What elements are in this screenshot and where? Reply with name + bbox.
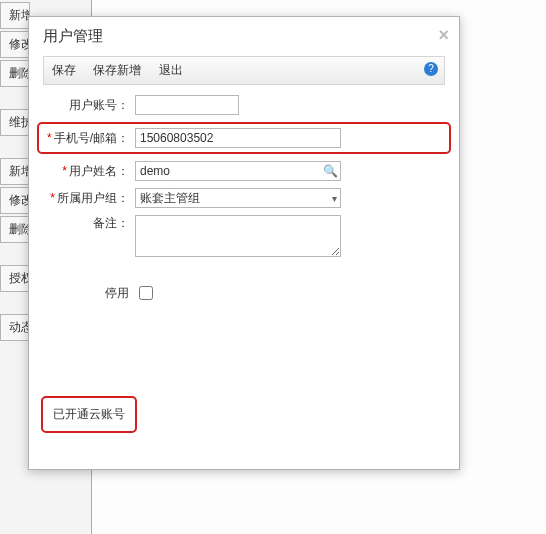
close-icon[interactable]: × — [438, 25, 449, 46]
row-disable: 停用 — [43, 283, 445, 303]
label-name: *用户姓名： — [43, 163, 135, 180]
save-new-button[interactable]: 保存新增 — [93, 62, 141, 79]
row-group: *所属用户组： ▾ — [43, 188, 445, 208]
bg-btn[interactable]: 新增 — [0, 2, 30, 29]
bg-btn[interactable]: 新增 — [0, 158, 30, 185]
bg-btn[interactable]: 删除 — [0, 216, 30, 243]
bg-btn[interactable]: 修改 — [0, 187, 30, 214]
name-input[interactable] — [135, 161, 341, 181]
label-group: *所属用户组： — [43, 190, 135, 207]
group-select[interactable] — [135, 188, 341, 208]
row-account: 用户账号： — [43, 95, 445, 115]
label-phone: *手机号/邮箱： — [43, 130, 135, 147]
cloud-status-text: 已开通云账号 — [53, 407, 125, 421]
form: 用户账号： *手机号/邮箱： *用户姓名： 🔍 *所属用户组： ▾ 备注： — [29, 85, 459, 303]
dialog-toolbar: 保存 保存新增 退出 ? — [43, 56, 445, 85]
save-button[interactable]: 保存 — [52, 62, 76, 79]
label-remark: 备注： — [43, 215, 135, 232]
bg-btn[interactable]: 动态 — [0, 314, 30, 341]
exit-button[interactable]: 退出 — [159, 62, 183, 79]
bg-btn[interactable]: 删除 — [0, 60, 30, 87]
bg-btn[interactable]: 授权 — [0, 265, 30, 292]
label-account: 用户账号： — [43, 97, 135, 114]
remark-input[interactable] — [135, 215, 341, 257]
row-name: *用户姓名： 🔍 — [43, 161, 445, 181]
help-icon[interactable]: ? — [424, 62, 438, 76]
cloud-account-status: 已开通云账号 — [41, 396, 137, 433]
dialog-title: 用户管理 × — [29, 17, 459, 56]
bg-btn[interactable]: 维护 — [0, 109, 30, 136]
account-input[interactable] — [135, 95, 239, 115]
user-manage-dialog: 用户管理 × 保存 保存新增 退出 ? 用户账号： *手机号/邮箱： *用户姓名… — [28, 16, 460, 470]
row-remark: 备注： — [43, 215, 445, 257]
label-disable: 停用 — [43, 285, 135, 302]
phone-input[interactable] — [135, 128, 341, 148]
disable-checkbox[interactable] — [139, 286, 153, 300]
dialog-title-text: 用户管理 — [43, 27, 103, 44]
bg-btn[interactable]: 修改 — [0, 31, 30, 58]
phone-highlight: *手机号/邮箱： — [37, 122, 451, 154]
